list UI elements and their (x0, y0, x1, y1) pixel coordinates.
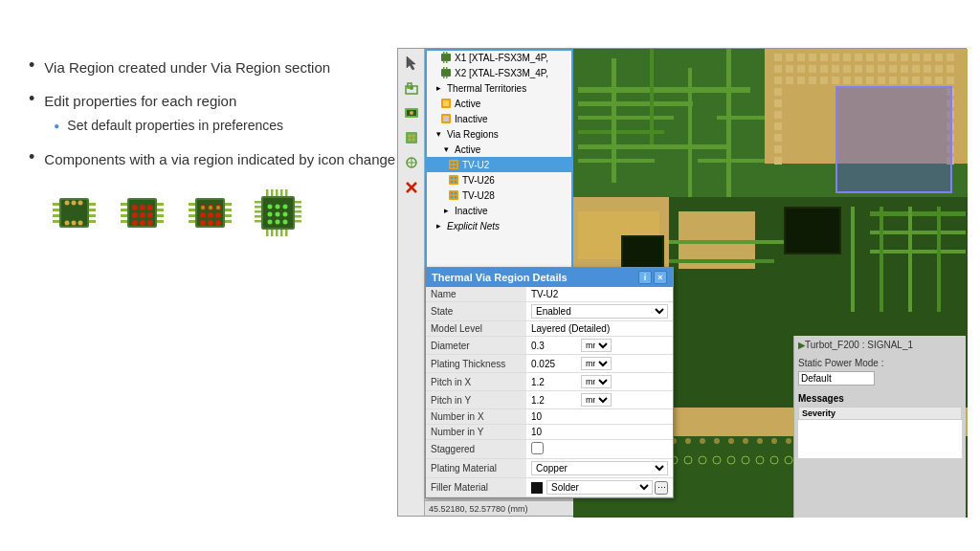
value-state[interactable]: Enabled Disabled (526, 302, 673, 321)
value-name[interactable] (526, 287, 673, 302)
value-filler-material[interactable]: Solder ⋯ (526, 478, 673, 497)
tree-item-explicit-nets[interactable]: ▸ Explicit Nets (426, 218, 572, 233)
svg-point-81 (283, 204, 288, 209)
svg-rect-74 (266, 230, 269, 236)
folder-icon-via: ▾ (432, 127, 445, 141)
via-region-icon-u28 (447, 188, 460, 202)
tree-label-inactive1: Inactive (455, 114, 487, 124)
svg-rect-224 (870, 231, 966, 234)
toolbar-icon-2[interactable] (401, 102, 422, 123)
value-number-x[interactable] (526, 409, 673, 425)
via-region-icon-u26 (447, 173, 460, 187)
svg-point-32 (132, 220, 138, 226)
svg-rect-67 (295, 215, 301, 218)
power-mode-input[interactable] (798, 371, 875, 386)
dialog-header: Thermal Via Region Details i × (426, 268, 673, 287)
svg-rect-221 (669, 259, 774, 263)
toolbar-icon-4[interactable] (401, 152, 422, 173)
select-unit-pitch-x[interactable]: mm (581, 375, 612, 388)
svg-rect-124 (449, 175, 458, 185)
tree-item-active2[interactable]: ▾ Active (426, 142, 572, 157)
toolbar-icon-select[interactable] (401, 53, 422, 74)
svg-rect-187 (774, 99, 782, 107)
field-staggered: Staggered (426, 440, 673, 459)
svg-point-52 (208, 220, 213, 226)
select-filler-material[interactable]: Solder (546, 480, 653, 495)
input-name[interactable] (531, 289, 668, 299)
tree-item-inactive2[interactable]: ▸ Inactive (426, 203, 572, 218)
filler-expand-btn[interactable]: ⋯ (655, 481, 668, 495)
select-unit-pitch-y[interactable]: mm (581, 393, 612, 407)
dialog-close-btn[interactable]: × (654, 271, 667, 284)
svg-rect-137 (774, 54, 782, 61)
label-number-y: Number in Y (426, 425, 526, 440)
input-model-level[interactable] (531, 323, 668, 334)
svg-rect-60 (255, 206, 261, 209)
value-plating-material[interactable]: Copper (526, 459, 673, 478)
svg-rect-209 (650, 49, 654, 144)
value-pitch-x[interactable]: mm (526, 373, 673, 391)
value-staggered[interactable] (526, 440, 673, 459)
checkbox-staggered[interactable] (531, 442, 544, 454)
tree-item-x2[interactable]: X2 [XTAL-FSX3M_4P, (426, 65, 572, 80)
svg-rect-105 (441, 54, 451, 61)
svg-point-49 (208, 212, 213, 218)
input-pitch-y[interactable] (531, 395, 579, 406)
svg-rect-118 (443, 116, 449, 121)
tree-label-active1: Active (455, 99, 480, 109)
tree-item-tv-u2[interactable]: TV-U2 (426, 157, 572, 172)
dialog-info-btn[interactable]: i (638, 271, 652, 284)
svg-point-130 (451, 192, 454, 195)
tree-item-active1[interactable]: Active (426, 96, 572, 111)
folder-icon-thermal: ▸ (432, 81, 445, 95)
svg-point-55 (209, 206, 212, 209)
svg-rect-5 (53, 220, 59, 223)
svg-rect-173 (820, 77, 828, 84)
component-icon-row (48, 187, 412, 239)
select-plating-material[interactable]: Copper (531, 461, 668, 475)
label-plating-material: Plating Material (426, 459, 526, 478)
tree-item-x1[interactable]: X1 [XTAL-FSX3M_4P, (426, 50, 572, 65)
tree-item-tv-u26[interactable]: TV-U26 (426, 172, 572, 187)
svg-point-237 (714, 438, 720, 444)
value-number-y[interactable] (526, 425, 673, 440)
label-pitch-x: Pitch in X (426, 373, 526, 391)
input-plating-thickness[interactable] (531, 359, 579, 369)
label-plating-thickness: Plating Thickness (426, 355, 526, 373)
signal-row: ▶ Turbot_F200 : SIGNAL_1 (798, 340, 962, 350)
value-plating-thickness[interactable]: mm (526, 355, 673, 373)
select-unit-diameter[interactable]: mm (581, 339, 612, 352)
bullet-item-2-content: Edit properties for each region ● Set de… (44, 91, 283, 136)
input-number-y[interactable] (531, 427, 668, 437)
tree-item-inactive1[interactable]: Inactive (426, 111, 572, 126)
toolbar-icon-1[interactable] (401, 77, 422, 99)
svg-rect-61 (255, 210, 261, 213)
svg-point-29 (132, 212, 138, 218)
svg-rect-183 (935, 77, 943, 84)
input-pitch-x[interactable] (531, 377, 579, 387)
chip-icon-x2 (439, 66, 453, 79)
field-filler-material: Filler Material Solder ⋯ (426, 478, 673, 497)
svg-rect-191 (774, 122, 782, 130)
toolbar-icon-3[interactable] (401, 127, 422, 148)
input-number-x[interactable] (531, 411, 668, 422)
component-icon-4 (252, 187, 304, 239)
svg-rect-129 (449, 190, 458, 200)
svg-rect-144 (855, 54, 862, 61)
svg-rect-142 (832, 54, 839, 61)
input-diameter[interactable] (531, 341, 579, 351)
bullet-text-2: Edit properties for each region (44, 93, 236, 109)
select-unit-plating[interactable]: mm (581, 357, 612, 370)
value-pitch-y[interactable]: mm (526, 391, 673, 409)
value-model-level[interactable] (526, 321, 673, 337)
value-diameter[interactable]: mm (526, 337, 673, 355)
tree-item-thermal[interactable]: ▸ Thermal Territories (426, 80, 572, 96)
tree-label-explicit-nets: Explicit Nets (447, 221, 500, 231)
svg-rect-23 (157, 209, 164, 211)
tree-label-inactive2: Inactive (455, 206, 487, 216)
tree-item-via-regions[interactable]: ▾ Via Regions (426, 126, 572, 142)
toolbar-icon-delete[interactable] (401, 177, 422, 198)
tree-item-tv-u28[interactable]: TV-U28 (426, 187, 572, 203)
select-state[interactable]: Enabled Disabled (531, 304, 668, 319)
svg-rect-19 (121, 209, 127, 211)
